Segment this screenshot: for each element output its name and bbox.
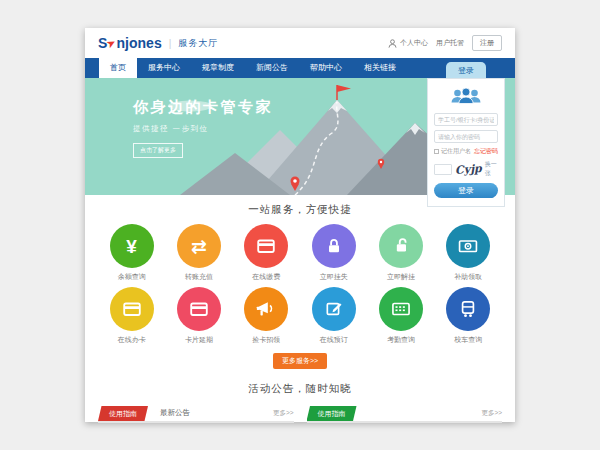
logo-text: njones <box>117 35 162 51</box>
service-item[interactable]: ⇄转账充值 <box>165 224 232 282</box>
more-services-button[interactable]: 更多服务>> <box>273 353 327 369</box>
service-label: 转账充值 <box>165 272 232 282</box>
register-button[interactable]: 注册 <box>472 35 502 51</box>
user-host-link[interactable]: 用户托管 <box>436 38 464 48</box>
nav-item-help[interactable]: 帮助中心 <box>299 58 353 78</box>
service-label: 校车查询 <box>435 335 502 345</box>
announcements-section: 活动公告，随时知晓 使用指南 最新公告 更多>> 使用指南 更多>> <box>85 382 515 423</box>
service-label: 立即解挂 <box>367 272 434 282</box>
nav-item-links[interactable]: 相关链接 <box>353 58 407 78</box>
service-label: 考勤查询 <box>367 335 434 345</box>
card-icon <box>177 287 221 331</box>
login-form: 记住用户名 忘记密码 Cyjp 换一张 登录 <box>427 78 505 207</box>
service-item[interactable]: 立即挂失 <box>300 224 367 282</box>
yen-icon: ¥ <box>110 224 154 268</box>
nav-item-home[interactable]: 首页 <box>99 58 137 78</box>
captcha-refresh-link[interactable]: 换一张 <box>485 160 498 178</box>
ribbon[interactable]: 使用指南 <box>98 406 148 421</box>
unlock-icon <box>379 224 423 268</box>
announcement-columns: 使用指南 最新公告 更多>> 使用指南 更多>> <box>85 406 515 423</box>
username-input[interactable] <box>434 113 498 126</box>
transfer-icon: ⇄ <box>177 224 221 268</box>
services-grid: ¥余额查询⇄转账充值在线缴费立即挂失立即解挂补助领取在线办卡卡片延期捡卡招领在线… <box>98 224 502 345</box>
more-link[interactable]: 更多>> <box>273 409 294 421</box>
megaphone-icon <box>244 287 288 331</box>
announcement-head: 使用指南 更多>> <box>307 406 503 423</box>
header: S➤njones | 服务大厅 个人中心 用户托管 注册 <box>85 28 515 58</box>
service-item[interactable]: 捡卡招领 <box>233 287 300 345</box>
lock-icon <box>312 224 356 268</box>
service-item[interactable]: 考勤查询 <box>367 287 434 345</box>
services-section: 一站服务，方便快捷 ¥余额查询⇄转账充值在线缴费立即挂失立即解挂补助领取在线办卡… <box>85 195 515 369</box>
nav-item-service-center[interactable]: 服务中心 <box>137 58 191 78</box>
service-label: 余额查询 <box>98 272 165 282</box>
banner-subtitle: 提供捷径 一步到位 <box>133 124 273 134</box>
bus-icon <box>446 287 490 331</box>
users-icon <box>446 86 486 108</box>
latest-news-tab[interactable]: 最新公告 <box>160 408 190 421</box>
captcha-input[interactable] <box>434 164 452 175</box>
ribbon[interactable]: 使用指南 <box>307 406 357 421</box>
site-name: 服务大厅 <box>178 37 218 50</box>
service-label: 捡卡招领 <box>233 335 300 345</box>
password-input[interactable] <box>434 130 498 143</box>
keypad-icon <box>379 287 423 331</box>
card-icon <box>110 287 154 331</box>
announcement-column-left: 使用指南 最新公告 更多>> <box>98 406 294 423</box>
service-label: 在线办卡 <box>98 335 165 345</box>
service-label: 补助领取 <box>435 272 502 282</box>
logo-divider: | <box>169 38 172 49</box>
user-center-link[interactable]: 个人中心 <box>400 38 428 48</box>
service-item[interactable]: 立即解挂 <box>367 224 434 282</box>
captcha-image: Cyjp <box>455 162 483 177</box>
more-link[interactable]: 更多>> <box>481 409 502 421</box>
hero-banner: 你身边的卡管专家 提供捷径 一步到位 点击了解更多 登录 记住用户名 忘记密码 <box>85 78 515 195</box>
service-item[interactable]: 在线办卡 <box>98 287 165 345</box>
announcements-title: 活动公告，随时知晓 <box>85 382 515 396</box>
service-item[interactable]: 卡片延期 <box>165 287 232 345</box>
login-tab[interactable]: 登录 <box>446 62 486 78</box>
service-label: 在线缴费 <box>233 272 300 282</box>
service-item[interactable]: ¥余额查询 <box>98 224 165 282</box>
page-card: S➤njones | 服务大厅 个人中心 用户托管 注册 首页 服务中心 规章制… <box>85 28 515 422</box>
logo[interactable]: S➤njones <box>98 35 162 51</box>
service-item[interactable]: 在线缴费 <box>233 224 300 282</box>
forgot-password-link[interactable]: 忘记密码 <box>474 147 498 156</box>
login-panel: 登录 记住用户名 忘记密码 Cyjp 换一张 <box>427 62 505 207</box>
service-label: 在线预订 <box>300 335 367 345</box>
nav-item-news[interactable]: 新闻公告 <box>245 58 299 78</box>
remember-label: 记住用户名 <box>441 147 471 156</box>
announcement-head: 使用指南 最新公告 更多>> <box>98 406 294 423</box>
card-icon <box>244 224 288 268</box>
edit-icon <box>312 287 356 331</box>
announcement-column-right: 使用指南 更多>> <box>307 406 503 423</box>
service-label: 卡片延期 <box>165 335 232 345</box>
service-item[interactable]: 在线预订 <box>300 287 367 345</box>
banner-cta-button[interactable]: 点击了解更多 <box>133 143 183 158</box>
banner-text: 你身边的卡管专家 提供捷径 一步到位 点击了解更多 <box>133 98 273 158</box>
nav-item-rules[interactable]: 规章制度 <box>191 58 245 78</box>
service-item[interactable]: 校车查询 <box>435 287 502 345</box>
person-icon <box>388 39 397 48</box>
banner-title: 你身边的卡管专家 <box>133 98 273 117</box>
service-item[interactable]: 补助领取 <box>435 224 502 282</box>
remember-checkbox[interactable] <box>434 149 439 154</box>
login-submit-button[interactable]: 登录 <box>434 183 498 198</box>
banknote-icon <box>446 224 490 268</box>
captcha-row: Cyjp 换一张 <box>434 160 498 178</box>
login-options: 记住用户名 忘记密码 <box>434 147 498 156</box>
header-right: 个人中心 用户托管 注册 <box>388 35 502 51</box>
service-label: 立即挂失 <box>300 272 367 282</box>
